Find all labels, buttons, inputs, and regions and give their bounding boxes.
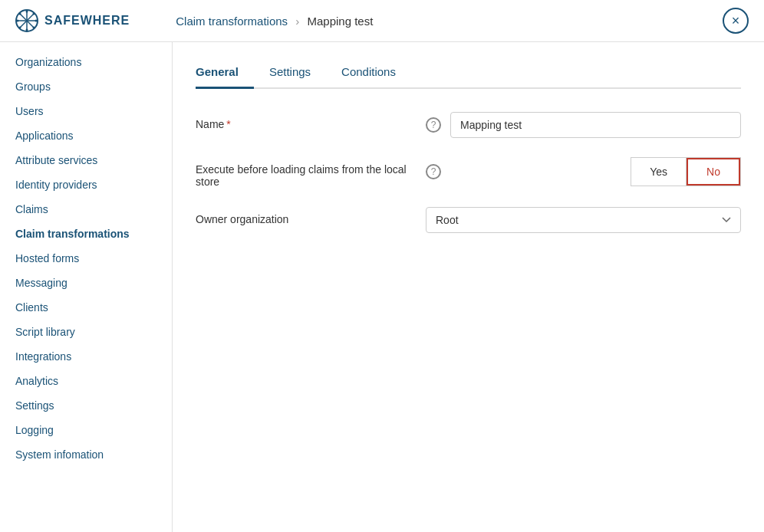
svg-point-12 <box>19 27 21 29</box>
execute-label: Execute before loading claims from the l… <box>196 157 426 188</box>
execute-row: Execute before loading claims from the l… <box>196 157 741 188</box>
tab-general[interactable]: General <box>196 57 254 87</box>
sidebar-item-settings[interactable]: Settings <box>0 393 172 418</box>
sidebar-item-attribute-services[interactable]: Attribute services <box>0 148 172 172</box>
svg-point-5 <box>26 11 28 13</box>
name-label: Name* <box>196 112 426 130</box>
sidebar-item-system-information[interactable]: System infomation <box>0 442 172 467</box>
sidebar-item-logging[interactable]: Logging <box>0 418 172 442</box>
main-content: General Settings Conditions Name* ? Exec… <box>173 42 764 532</box>
name-required: * <box>226 118 230 130</box>
svg-point-9 <box>19 13 21 15</box>
logo-icon <box>15 9 38 32</box>
owner-control-area: Root <box>426 207 741 233</box>
sidebar-item-script-library[interactable]: Script library <box>0 320 172 344</box>
close-icon: × <box>732 13 740 29</box>
execute-control-area: ? Yes No <box>426 157 741 186</box>
sidebar-item-identity-providers[interactable]: Identity providers <box>0 172 172 197</box>
breadcrumb-current: Mapping test <box>307 15 373 28</box>
logo-text: SAFEWHERE <box>44 14 130 28</box>
name-help-icon[interactable]: ? <box>426 117 441 133</box>
name-row: Name* ? <box>196 112 741 138</box>
svg-point-8 <box>35 20 38 22</box>
yes-button[interactable]: Yes <box>631 158 687 186</box>
sidebar-item-hosted-forms[interactable]: Hosted forms <box>0 246 172 271</box>
sidebar-item-users[interactable]: Users <box>0 99 172 123</box>
breadcrumb-link[interactable]: Claim transformations <box>176 15 288 28</box>
sidebar-item-clients[interactable]: Clients <box>0 295 172 320</box>
owner-select[interactable]: Root <box>426 207 741 233</box>
sidebar: Organizations Groups Users Applications … <box>0 42 173 532</box>
owner-row: Owner organization Root <box>196 207 741 233</box>
sidebar-item-organizations[interactable]: Organizations <box>0 50 172 74</box>
name-input[interactable] <box>450 112 741 138</box>
sidebar-item-integrations[interactable]: Integrations <box>0 344 172 369</box>
owner-label: Owner organization <box>196 207 426 225</box>
sidebar-item-analytics[interactable]: Analytics <box>0 369 172 393</box>
sidebar-item-claim-transformations[interactable]: Claim transformations <box>0 222 172 246</box>
breadcrumb-separator: › <box>295 15 299 28</box>
svg-point-11 <box>33 13 35 15</box>
name-control-area: ? <box>426 112 741 138</box>
execute-help-icon[interactable]: ? <box>426 164 441 179</box>
tab-settings[interactable]: Settings <box>254 57 326 87</box>
breadcrumb: Claim transformations › Mapping test <box>176 15 373 28</box>
sidebar-item-applications[interactable]: Applications <box>0 123 172 148</box>
logo: SAFEWHERE <box>15 9 130 32</box>
svg-point-7 <box>17 20 19 22</box>
sidebar-item-groups[interactable]: Groups <box>0 74 172 99</box>
sidebar-item-messaging[interactable]: Messaging <box>0 271 172 295</box>
sidebar-item-claims[interactable]: Claims <box>0 197 172 222</box>
yes-no-toggle: Yes No <box>631 157 741 186</box>
close-button[interactable]: × <box>723 8 749 34</box>
tab-bar: General Settings Conditions <box>196 57 741 89</box>
header: SAFEWHERE Claim transformations › Mappin… <box>0 0 764 42</box>
svg-point-6 <box>26 29 28 31</box>
tab-conditions[interactable]: Conditions <box>326 57 411 87</box>
no-button[interactable]: No <box>687 158 740 186</box>
layout: Organizations Groups Users Applications … <box>0 42 764 532</box>
svg-point-10 <box>33 27 35 29</box>
